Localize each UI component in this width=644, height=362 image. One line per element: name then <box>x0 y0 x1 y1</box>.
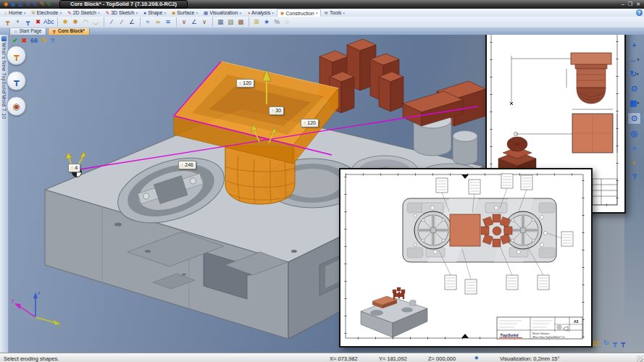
toolbar-icon[interactable]: ▦ <box>212 17 225 27</box>
ribbon-tab[interactable]: ✱ Construction ▾ <box>277 9 322 17</box>
ribbon-tab-dropdown-icon[interactable]: ▾ <box>24 11 26 15</box>
axis-y-label: y <box>12 298 14 303</box>
close-button[interactable]: ✕ <box>636 1 640 8</box>
corner-tool-icon[interactable]: ┳ <box>621 339 625 348</box>
ribbon-tab[interactable]: ⊕ Tools ▾ <box>321 9 348 17</box>
corner-tool-icon[interactable]: ↻ <box>603 339 609 348</box>
dimension-label-30[interactable]: ↑ 30 <box>269 106 284 115</box>
ribbon-tab[interactable]: ◆ Surface ▾ <box>169 9 201 17</box>
resize-grip[interactable] <box>637 355 643 362</box>
toolbar-icon[interactable]: Abc <box>43 17 54 27</box>
ribbon-tab-dropdown-icon[interactable]: ▾ <box>164 11 166 15</box>
topsolid-logo: TopSolid <box>500 333 519 337</box>
view-tool-button[interactable]: ⊙▾ <box>627 112 641 125</box>
toolbar-icon[interactable]: ✱ <box>71 17 80 27</box>
document-tab-bar: ⌂ Start Page ┳ Core Block* <box>0 28 644 35</box>
ribbon-tab[interactable]: ◑ Analysis ▾ <box>244 9 277 17</box>
electrode-round-button[interactable]: ┳ <box>7 71 26 90</box>
toolbar-icon[interactable]: ∨ <box>176 17 189 27</box>
view-tool-button[interactable]: ◐▾ <box>628 157 640 168</box>
dimension-label-120b[interactable]: ↑ 120 <box>301 119 319 127</box>
view-tool-button[interactable]: ?▾ <box>628 172 640 182</box>
ribbon-tab[interactable]: Ψ Electrode ▾ <box>28 9 64 17</box>
quick-access-icon[interactable]: ▥ <box>18 1 24 8</box>
toolbar-icon[interactable]: + <box>13 17 22 27</box>
toolbar-icon[interactable]: ★ <box>262 17 272 27</box>
copper-electrode-cluster[interactable] <box>319 39 463 126</box>
toolbar-icon[interactable]: ◠ <box>81 17 91 27</box>
restore-button[interactable]: ❒ <box>628 1 632 8</box>
assembly-drawing[interactable]: A3 TopSolid Missler Software What's New … <box>340 169 588 343</box>
help-button[interactable]: ? <box>636 9 643 16</box>
quick-access-icon[interactable]: ✎ <box>40 1 45 8</box>
dimension-label-4[interactable]: ↑ 4 <box>68 164 80 172</box>
toolbar-icon[interactable]: ∠ <box>127 17 137 27</box>
toolbar-icon[interactable]: ◡ <box>91 17 101 27</box>
toolbar-icon[interactable]: ▨ <box>226 17 235 27</box>
quick-access-icon[interactable]: ↺ <box>25 1 30 8</box>
quick-access-icon[interactable]: ◆ <box>4 1 8 8</box>
ribbon-tab[interactable]: ● Shape ▾ <box>141 9 169 17</box>
toolbar-icon[interactable]: ∨ <box>200 17 209 27</box>
precision-icon[interactable]: ◆ <box>474 355 478 361</box>
toolbar-icon[interactable]: ∕ <box>117 17 127 27</box>
toolbar-icon[interactable]: ▩ <box>236 17 246 27</box>
viewport-corner-toolbar: ▤↻┳┳ <box>593 339 625 348</box>
ribbon-tab-dropdown-icon[interactable]: ▾ <box>135 11 138 15</box>
electrode-round-button[interactable]: ┳ <box>7 46 26 65</box>
toolbar-icon[interactable]: ∠ <box>190 17 199 27</box>
operation-icon[interactable]: ✔ <box>12 37 18 44</box>
visualization-setting[interactable]: Visualization: 0,2mm 15° <box>500 355 560 362</box>
ribbon-tab-dropdown-icon[interactable]: ▾ <box>316 11 318 15</box>
view-tool-button[interactable]: ▦▾ <box>628 98 640 109</box>
toolbar-icon[interactable]: % <box>272 17 282 27</box>
operation-icon[interactable]: ✎ <box>41 37 47 44</box>
view-tool-button[interactable]: ↔▾ <box>628 54 640 65</box>
electrode-round-button[interactable]: ◉ <box>7 96 26 116</box>
view-tool-button[interactable]: ●▾ <box>628 143 640 153</box>
electrode-front-view <box>510 53 611 105</box>
ribbon-tab-dropdown-icon[interactable]: ▾ <box>59 11 62 15</box>
electrode-cluster-top <box>481 214 512 247</box>
operation-icon[interactable]: ? <box>51 37 55 44</box>
view-tool-button[interactable]: ⊙▾ <box>628 83 640 94</box>
dropdown-icon[interactable]: ▾ <box>637 72 639 76</box>
ribbon-tab-dropdown-icon[interactable]: ▾ <box>343 11 345 15</box>
ribbon-tab[interactable]: ▦ Visualization ▾ <box>201 9 244 17</box>
corner-tool-icon[interactable]: ▤ <box>593 339 599 348</box>
ribbon-tab[interactable]: ✎ 3D Sketch ▾ <box>103 9 141 17</box>
ribbon-tab-label: Electrode <box>37 10 59 15</box>
quick-access-icon[interactable]: ↻ <box>46 1 51 8</box>
view-tool-button[interactable]: +▾ <box>628 40 640 51</box>
drawing-sheet-assembly[interactable]: A3 TopSolid Missler Software What's New … <box>339 168 593 348</box>
minimize-button[interactable]: – <box>622 1 624 8</box>
toolbar-icon[interactable]: ≃ <box>154 17 163 27</box>
ribbon-tab[interactable]: ⌂ Home ▾ <box>1 9 28 17</box>
dropdown-icon[interactable]: ▾ <box>637 57 640 62</box>
dropdown-icon[interactable]: ▾ <box>637 101 639 105</box>
ribbon-tab-dropdown-icon[interactable]: ▾ <box>98 11 100 15</box>
toolbar-icon[interactable]: ✖ <box>33 17 43 27</box>
ribbon-tab-dropdown-icon[interactable]: ▾ <box>272 11 274 15</box>
operation-icon[interactable]: ✖ <box>22 37 28 44</box>
dimension-lock-icon: ↑ <box>272 107 274 114</box>
ribbon-tab[interactable]: ✎ 2D Sketch ▾ <box>64 9 103 17</box>
toolbar-icon[interactable]: ≅ <box>164 17 173 27</box>
quick-access-icon[interactable]: ▣ <box>10 1 16 8</box>
ribbon-tab-dropdown-icon[interactable]: ▾ <box>196 11 198 15</box>
dimension-label-120a[interactable]: ↑ 120 <box>236 79 254 88</box>
view-tool-button[interactable]: ↻▾ <box>628 69 640 80</box>
operation-icon[interactable]: 66 <box>30 37 38 44</box>
ribbon-tab-dropdown-icon[interactable]: ▾ <box>239 11 241 15</box>
toolbar-icon[interactable]: ⊞ <box>248 17 262 27</box>
toolbar-icon[interactable]: ┳ <box>23 17 33 27</box>
view-tool-button[interactable]: ◎▾ <box>628 128 640 139</box>
toolbar-icon[interactable]: ≈ <box>140 17 153 27</box>
dimension-label-246[interactable]: ↑ 246 <box>178 161 196 169</box>
toolbar-icon[interactable]: ◌ <box>283 17 292 27</box>
toolbar-icon[interactable]: ┳ <box>3 17 12 27</box>
quick-access-icon[interactable]: ↻ <box>33 1 38 8</box>
corner-tool-icon[interactable]: ┳ <box>613 339 617 348</box>
toolbar-icon[interactable]: ∕ <box>104 17 117 27</box>
toolbar-icon[interactable]: ✱ <box>57 17 70 27</box>
